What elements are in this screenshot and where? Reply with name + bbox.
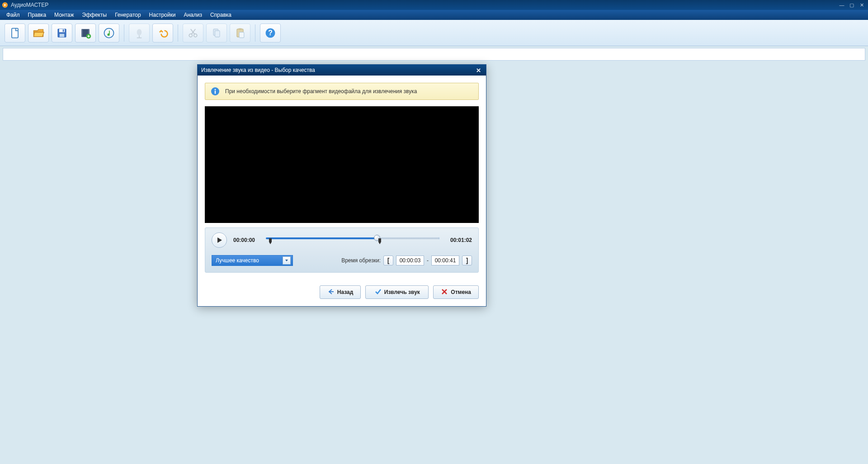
back-label: Назад bbox=[337, 289, 354, 295]
menu-help[interactable]: Справка bbox=[207, 10, 235, 19]
new-button[interactable] bbox=[5, 24, 25, 43]
svg-rect-4 bbox=[60, 33, 65, 37]
cancel-button[interactable]: Отмена bbox=[433, 285, 479, 299]
menu-analysis[interactable]: Анализ bbox=[180, 10, 206, 19]
menu-edit[interactable]: Правка bbox=[24, 10, 50, 19]
play-button[interactable] bbox=[212, 232, 227, 248]
check-icon bbox=[374, 288, 382, 297]
copy-button bbox=[206, 24, 227, 43]
cancel-label: Отмена bbox=[451, 289, 471, 295]
help-button[interactable]: ? bbox=[260, 24, 281, 43]
time-total: 00:01:02 bbox=[446, 237, 472, 243]
svg-rect-18 bbox=[239, 32, 244, 38]
svg-rect-5 bbox=[63, 29, 64, 32]
import-video-button[interactable] bbox=[75, 24, 96, 43]
extract-label: Извлечь звук bbox=[384, 289, 420, 295]
info-banner: При необходимости выберите фрагмент виде… bbox=[205, 83, 479, 100]
toolbar-separator bbox=[255, 24, 255, 42]
dialog-titlebar: Извлечение звука из видео - Выбор качест… bbox=[198, 65, 486, 76]
menu-settings[interactable]: Настройки bbox=[146, 10, 179, 19]
menu-montage[interactable]: Монтаж bbox=[51, 10, 78, 19]
extract-audio-dialog: Извлечение звука из видео - Выбор качест… bbox=[197, 64, 486, 307]
cancel-icon bbox=[441, 288, 448, 297]
set-end-button[interactable]: ] bbox=[462, 256, 472, 265]
svg-rect-23 bbox=[215, 91, 216, 94]
dialog-title: Извлечение звука из видео - Выбор качест… bbox=[201, 67, 315, 73]
menubar: Файл Правка Монтаж Эффекты Генератор Нас… bbox=[0, 10, 868, 20]
extract-button[interactable]: Извлечь звук bbox=[365, 285, 429, 299]
time-current: 00:00:00 bbox=[233, 237, 259, 243]
app-title: АудиоМАСТЕР bbox=[11, 2, 48, 8]
info-text: При необходимости выберите фрагмент виде… bbox=[225, 88, 417, 95]
arrow-left-icon bbox=[327, 288, 335, 297]
seek-bar[interactable] bbox=[266, 234, 439, 246]
toolbar-separator bbox=[178, 24, 178, 42]
player-panel: 00:00:00 00:01:02 bbox=[205, 227, 479, 273]
set-start-button[interactable]: [ bbox=[383, 256, 393, 265]
svg-text:?: ? bbox=[268, 29, 273, 37]
trim-end-handle[interactable] bbox=[377, 238, 381, 245]
trim-start-input[interactable] bbox=[396, 256, 424, 265]
trim-start-handle[interactable] bbox=[269, 238, 274, 245]
menu-effects[interactable]: Эффекты bbox=[79, 10, 111, 19]
trim-end-input[interactable] bbox=[431, 256, 459, 265]
record-button bbox=[129, 24, 150, 43]
svg-point-11 bbox=[137, 29, 142, 35]
menu-file[interactable]: Файл bbox=[3, 10, 24, 19]
toolbar-separator bbox=[124, 24, 124, 42]
quality-selected: Лучшее качество bbox=[216, 257, 259, 264]
app-icon bbox=[2, 2, 8, 8]
dialog-footer: Назад Извлечь звук Отмена bbox=[198, 280, 486, 306]
menu-generator[interactable]: Генератор bbox=[111, 10, 144, 19]
address-bar[interactable] bbox=[3, 48, 865, 61]
toolbar: ? bbox=[0, 20, 868, 46]
svg-point-22 bbox=[215, 89, 216, 90]
undo-button[interactable] bbox=[152, 24, 173, 43]
window-titlebar: АудиоМАСТЕР — ▢ ✕ bbox=[0, 0, 868, 10]
svg-rect-17 bbox=[239, 28, 242, 30]
info-icon bbox=[211, 87, 220, 96]
paste-button bbox=[230, 24, 250, 43]
save-button[interactable] bbox=[52, 24, 72, 43]
quality-select[interactable]: Лучшее качество bbox=[212, 255, 293, 266]
close-button[interactable]: ✕ bbox=[857, 1, 866, 9]
extract-audio-button[interactable] bbox=[99, 24, 119, 43]
workspace: Извлечение звука из видео - Выбор качест… bbox=[0, 61, 868, 464]
dropdown-arrow-icon bbox=[283, 256, 291, 265]
svg-rect-15 bbox=[215, 30, 220, 37]
trim-dash: - bbox=[427, 257, 429, 264]
dialog-body: При необходимости выберите фрагмент виде… bbox=[198, 76, 486, 280]
minimize-button[interactable]: — bbox=[837, 1, 846, 9]
trim-label: Время обрезки: bbox=[341, 257, 381, 264]
svg-rect-1 bbox=[12, 28, 18, 38]
maximize-button[interactable]: ▢ bbox=[847, 1, 856, 9]
back-button[interactable]: Назад bbox=[320, 285, 361, 299]
cut-button bbox=[183, 24, 203, 43]
video-preview bbox=[205, 106, 479, 223]
dialog-close-button[interactable] bbox=[474, 66, 482, 74]
open-button[interactable] bbox=[28, 24, 49, 43]
svg-rect-7 bbox=[81, 29, 83, 37]
